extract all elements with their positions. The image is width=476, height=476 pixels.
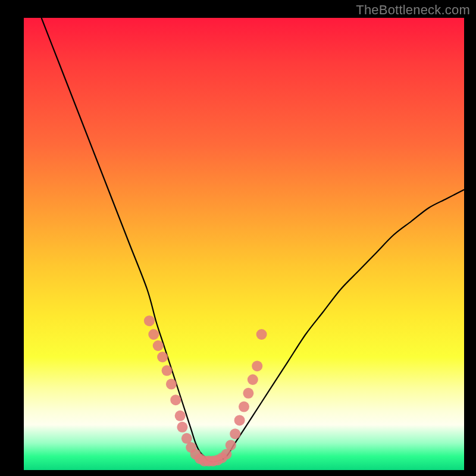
- curve-marker: [252, 361, 262, 371]
- curve-marker: [177, 422, 187, 433]
- chart-frame: TheBottleneck.com: [0, 0, 476, 476]
- curve-marker: [243, 388, 253, 399]
- curve-marker: [248, 374, 258, 385]
- curve-marker: [175, 411, 186, 421]
- curve-marker: [170, 394, 181, 405]
- curve-marker: [157, 352, 168, 362]
- curve-marker: [153, 340, 164, 351]
- curve-marker: [239, 402, 249, 412]
- curve-marker: [234, 415, 245, 425]
- marker-group: [144, 315, 267, 466]
- curve-marker: [148, 329, 159, 340]
- curve-marker: [162, 365, 173, 376]
- plot-area: [24, 18, 464, 470]
- curve-marker: [166, 379, 177, 390]
- curve-marker: [256, 329, 267, 340]
- bottleneck-curve-svg: [24, 18, 464, 470]
- watermark-text: TheBottleneck.com: [356, 2, 470, 18]
- curve-marker: [230, 428, 240, 439]
- curve-marker: [226, 440, 236, 450]
- curve-marker: [144, 315, 155, 326]
